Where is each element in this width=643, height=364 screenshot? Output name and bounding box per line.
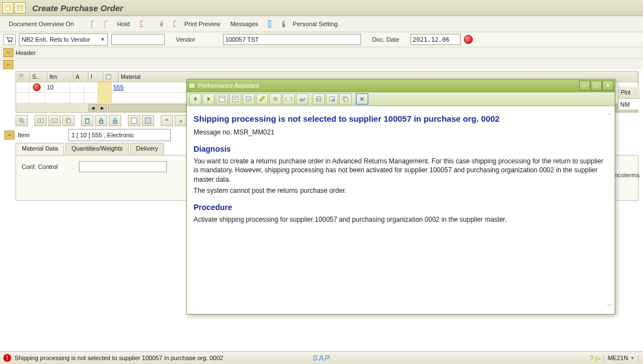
header-label: Header	[16, 49, 36, 56]
col-mat-icon[interactable]	[103, 72, 118, 82]
hold-button[interactable]: Hold	[114, 19, 133, 28]
print-preview-button[interactable]: Print Preview	[181, 19, 224, 28]
item-overview-collapse-icon[interactable]	[3, 60, 13, 69]
print-preview-msg-icon[interactable]	[326, 93, 338, 104]
tcode-menu-icon[interactable]: ▼	[630, 356, 635, 361]
doc-overview-button[interactable]: Document Overview On	[6, 19, 77, 28]
svg-rect-55	[344, 98, 348, 101]
minimize-button[interactable]: —	[579, 81, 590, 91]
perf-titlebar[interactable]: Performance Assistant — □ ✕	[187, 79, 615, 92]
info-icon[interactable]: i	[265, 19, 275, 29]
diagnosis-heading: Diagnosis	[194, 144, 608, 153]
chevron-down-icon: ▼	[100, 37, 105, 42]
incoterms-tab-clip[interactable]: ncoterms	[615, 172, 640, 178]
svg-rect-10	[162, 21, 163, 23]
doc-date-input[interactable]: 2021.12.06	[410, 34, 461, 45]
tab-material-data[interactable]: Material Data	[16, 143, 64, 155]
settings-icon[interactable]	[269, 93, 281, 104]
col-a[interactable]: A	[73, 72, 88, 82]
row-plnt[interactable]: NM	[619, 99, 640, 110]
scroll-down-icon[interactable]: ﹀	[607, 302, 612, 310]
diagnosis-text-1: You want to create a returns purchase or…	[194, 157, 608, 184]
find-icon[interactable]	[16, 115, 28, 126]
maintain-icon[interactable]	[243, 93, 255, 104]
tab-delivery[interactable]: Delivery	[130, 143, 165, 155]
row-selector[interactable]	[16, 82, 29, 92]
close-msg-icon[interactable]	[356, 93, 368, 104]
sort-desc-icon[interactable]	[175, 115, 187, 126]
trash-icon[interactable]	[81, 115, 93, 126]
other-po-icon[interactable]	[101, 19, 111, 29]
check-icon[interactable]	[136, 19, 146, 29]
svg-rect-12	[174, 21, 176, 27]
scroll-right-icon[interactable]: ▶	[98, 104, 107, 112]
svg-rect-1	[6, 6, 9, 7]
scroll-left-icon[interactable]: ◀	[88, 104, 97, 112]
personal-setting-button[interactable]: Personal Setting	[289, 19, 341, 28]
link-icon[interactable]	[283, 93, 295, 104]
svg-point-19	[11, 41, 13, 43]
perf-body[interactable]: ︿ Shipping processing is not selected to…	[187, 106, 615, 313]
print-msg-icon[interactable]	[313, 93, 325, 104]
print-preview-icon[interactable]	[170, 19, 180, 29]
status-error-badge[interactable]: !	[3, 354, 11, 362]
perf-window-title: Performance Assistant	[198, 82, 259, 89]
messages-button[interactable]: Messages	[227, 19, 261, 28]
row-itm[interactable]: 10	[45, 82, 70, 92]
row-i[interactable]	[84, 82, 98, 92]
nav-next-icon[interactable]: ▷	[596, 355, 600, 362]
tab-quantities[interactable]: Quantities/Weights	[65, 143, 128, 155]
vendor-label: Vendor	[176, 36, 195, 43]
svg-line-26	[23, 122, 24, 123]
col-status[interactable]: S..	[30, 72, 47, 82]
create-icon[interactable]	[87, 19, 97, 29]
svg-rect-6	[105, 21, 107, 28]
col-config-icon[interactable]	[16, 72, 30, 82]
delete-row-icon[interactable]: −	[48, 115, 61, 126]
print-icon[interactable]	[156, 19, 166, 29]
find-text-icon[interactable]: aA	[296, 93, 308, 104]
col-plnt[interactable]: Plnt	[619, 86, 640, 99]
po-number-input[interactable]	[111, 34, 165, 45]
sort-asc-icon[interactable]	[161, 115, 173, 126]
select-all-icon[interactable]	[142, 115, 154, 126]
copy-row-icon[interactable]	[62, 115, 75, 126]
svg-rect-32	[67, 119, 71, 123]
app-help-icon[interactable]	[229, 93, 241, 104]
svg-point-18	[8, 41, 10, 43]
nav-forward-icon[interactable]	[202, 93, 215, 104]
svg-rect-37	[131, 118, 137, 123]
svg-rect-46	[246, 97, 251, 101]
scroll-up-icon[interactable]: ︿	[607, 109, 612, 117]
conf-control-input[interactable]	[79, 161, 167, 172]
po-type-combo[interactable]: NB2 Enh. Rets to Vendor ▼	[19, 33, 108, 46]
row-a[interactable]	[70, 82, 84, 92]
lock-icon[interactable]	[95, 115, 107, 126]
row-mat-icon[interactable]	[98, 82, 112, 92]
app-toolbar: Document Overview On Hold Print Preview …	[0, 16, 643, 32]
col-itm[interactable]: Itm	[47, 72, 73, 82]
svg-rect-39	[189, 83, 195, 88]
detail-icon[interactable]	[128, 115, 140, 126]
unlock-icon[interactable]	[109, 115, 121, 126]
app-icon-1	[2, 2, 13, 13]
svg-text:aA: aA	[300, 97, 305, 102]
close-button[interactable]: ✕	[602, 81, 614, 91]
edit-icon[interactable]	[256, 93, 268, 104]
svg-rect-5	[92, 21, 94, 28]
vendor-input[interactable]: 100057 TST	[223, 34, 361, 45]
tech-info-icon[interactable]	[216, 93, 228, 104]
row-status-icon	[29, 82, 45, 92]
maximize-button[interactable]: □	[591, 81, 602, 91]
nav-back-icon[interactable]	[189, 93, 201, 104]
personal-setting-icon[interactable]	[278, 19, 288, 29]
conf-control-label: Conf. Control	[22, 163, 58, 170]
help-icon[interactable]: ?	[590, 354, 593, 362]
col-i[interactable]: I	[88, 72, 103, 82]
item-combo[interactable]: 1 [ 10 ] 555 , Electronic	[68, 129, 171, 141]
copy-msg-icon[interactable]	[339, 93, 352, 104]
insert-row-icon[interactable]: +	[34, 115, 47, 126]
item-detail-collapse-icon[interactable]	[4, 131, 14, 139]
header-expand-icon[interactable]	[3, 48, 13, 57]
status-error-icon[interactable]	[464, 35, 473, 44]
